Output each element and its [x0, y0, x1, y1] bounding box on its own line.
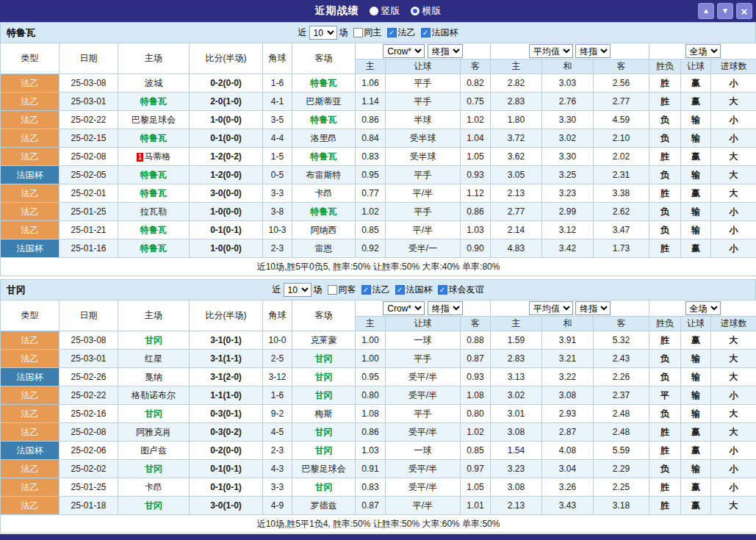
- cell-eu-draw-odds: 3.04: [542, 460, 594, 478]
- checkbox-unchecked-icon[interactable]: [353, 28, 363, 37]
- cell-score: 3-0(0-0): [190, 184, 263, 203]
- cell-home-team: 特鲁瓦: [118, 184, 190, 203]
- checkbox-unchecked-icon[interactable]: [328, 285, 337, 295]
- cell-away-team: 巴黎足球会: [292, 460, 356, 478]
- cell-eu-home-odds: 3.13: [491, 368, 542, 386]
- close-icon[interactable]: ×: [736, 3, 752, 19]
- cell-home-team: 图卢兹: [118, 442, 190, 460]
- filter-checkbox-法国杯[interactable]: ✓法国杯: [395, 284, 433, 296]
- cell-corners: 3-8: [263, 203, 292, 221]
- odds-stage-select[interactable]: 终指: [428, 44, 463, 58]
- checkbox-checked-icon[interactable]: ✓: [438, 285, 447, 295]
- europe-stage-select[interactable]: 终指: [575, 301, 611, 315]
- cell-eu-draw-odds: 3.02: [542, 129, 594, 148]
- sub-ah-away: 客: [461, 60, 491, 74]
- europe-stage-select[interactable]: 终指: [575, 44, 611, 58]
- filter-checkbox-法乙[interactable]: ✓法乙: [361, 284, 390, 296]
- cell-away-team: 雷恩: [292, 240, 356, 258]
- cell-score: 3-1(1-1): [190, 350, 263, 368]
- checkbox-checked-icon[interactable]: ✓: [387, 28, 397, 37]
- match-row: 法乙25-02-22格勒诺布尔1-1(1-0)1-6甘冈0.80受平/半1.08…: [1, 386, 756, 405]
- cell-league: 法乙: [1, 93, 60, 111]
- odds-source-select[interactable]: Crow*: [383, 44, 425, 58]
- team-name: 特鲁瓦: [140, 133, 167, 143]
- team-name: 甘冈: [315, 390, 333, 400]
- filter-checkbox-同客[interactable]: 同客: [328, 284, 356, 296]
- match-count-select[interactable]: 10: [284, 283, 312, 297]
- cell-result: 胜: [649, 423, 681, 442]
- scroll-down-button[interactable]: ▼: [717, 3, 733, 19]
- cell-ah-home-odds: 0.87: [356, 497, 386, 515]
- cell-goals-result: 小: [711, 478, 756, 497]
- team-name: 罗德兹: [311, 500, 337, 511]
- cell-handicap-result: 输: [681, 405, 711, 423]
- match-count-select[interactable]: 10: [309, 26, 337, 40]
- cell-goals-result: 大: [711, 405, 756, 423]
- cell-league: 法国杯: [1, 240, 60, 258]
- odds-source-select[interactable]: Crow*: [383, 301, 425, 315]
- cell-eu-draw-odds: 3.91: [542, 331, 594, 350]
- cell-eu-home-odds: 1.54: [491, 442, 542, 460]
- filter-checkbox-法乙[interactable]: ✓法乙: [387, 26, 416, 39]
- filter-checkbox-法国杯[interactable]: ✓法国杯: [421, 26, 458, 39]
- scroll-up-button[interactable]: ▲: [698, 3, 714, 19]
- cell-eu-home-odds: 2.13: [491, 184, 542, 203]
- cell-league: 法乙: [1, 148, 60, 166]
- cell-date: 25-03-01: [60, 350, 118, 368]
- cell-goals-result: 大: [711, 93, 756, 111]
- handicap-odds-header: Crow* 终指: [356, 300, 491, 317]
- checkbox-checked-icon[interactable]: ✓: [361, 285, 371, 295]
- scope-select[interactable]: 全场: [685, 44, 721, 58]
- team-name: 布雷斯特: [306, 170, 342, 180]
- cell-ah-line: 半球: [386, 111, 461, 129]
- radio-selected-icon[interactable]: [411, 7, 420, 15]
- window-controls: ▲ ▼ ×: [698, 3, 752, 19]
- cell-home-team: 阿雅克肖: [118, 423, 190, 442]
- cell-result: 负: [649, 129, 681, 148]
- europe-source-select[interactable]: 平均值: [529, 301, 573, 315]
- sub-eu-home: 主: [491, 317, 542, 331]
- odds-stage-select[interactable]: 终指: [428, 301, 463, 315]
- checkbox-checked-icon[interactable]: ✓: [421, 28, 431, 37]
- cell-eu-draw-odds: 3.08: [542, 386, 594, 405]
- cell-eu-away-odds: 2.26: [594, 368, 649, 386]
- cell-ah-away-odds: 1.05: [461, 478, 491, 497]
- filter-checkbox-球会友谊[interactable]: ✓球会友谊: [438, 284, 484, 296]
- team-title: 甘冈: [1, 284, 26, 297]
- radio-unselected-icon[interactable]: [370, 7, 378, 15]
- cell-eu-home-odds: 3.01: [491, 405, 542, 423]
- cell-ah-home-odds: 1.14: [356, 93, 386, 111]
- filter-checkbox-同主[interactable]: 同主: [353, 26, 382, 39]
- team-name: 甘冈: [145, 408, 162, 419]
- cell-handicap-result: 输: [681, 350, 711, 368]
- cell-ah-away-odds: 1.02: [461, 423, 491, 442]
- layout-vertical-radio[interactable]: 竖版: [370, 4, 400, 18]
- layout-horizontal-radio[interactable]: 横版: [411, 4, 442, 18]
- cell-ah-line: 平手: [386, 166, 461, 184]
- cell-result: 胜: [649, 442, 681, 460]
- cell-score: 1-2(0-2): [190, 148, 263, 166]
- cell-handicap-result: 赢: [681, 184, 711, 203]
- col-goals: 进球数: [711, 317, 756, 331]
- filter-label: 法国杯: [432, 26, 458, 39]
- checkbox-checked-icon[interactable]: ✓: [395, 285, 405, 295]
- cell-corners: 1-6: [263, 74, 292, 93]
- cell-handicap-result: 赢: [681, 442, 711, 460]
- title-bar: 近期战绩 竖版 横版 ▲ ▼ ×: [0, 0, 756, 22]
- cell-date: 25-03-01: [60, 93, 118, 111]
- cell-ah-away-odds: 0.85: [461, 442, 491, 460]
- cell-eu-home-odds: 2.82: [491, 74, 542, 93]
- cell-goals-result: 小: [711, 203, 756, 221]
- europe-source-select[interactable]: 平均值: [529, 44, 573, 58]
- match-row: 法乙25-03-08甘冈3-1(0-1)10-0克莱蒙1.00一球0.881.5…: [1, 331, 756, 350]
- cell-date: 25-02-05: [60, 166, 118, 184]
- team-name: 特鲁瓦: [311, 78, 337, 88]
- cell-result: 负: [649, 221, 681, 240]
- scope-select[interactable]: 全场: [685, 301, 721, 315]
- sub-ah-away: 客: [461, 317, 491, 331]
- cell-eu-draw-odds: 2.87: [542, 423, 594, 442]
- team-name: 卡昂: [315, 188, 333, 198]
- cell-eu-home-odds: 1.59: [491, 331, 542, 350]
- col-score: 比分(半场): [190, 300, 263, 331]
- cell-ah-home-odds: 1.00: [356, 350, 386, 368]
